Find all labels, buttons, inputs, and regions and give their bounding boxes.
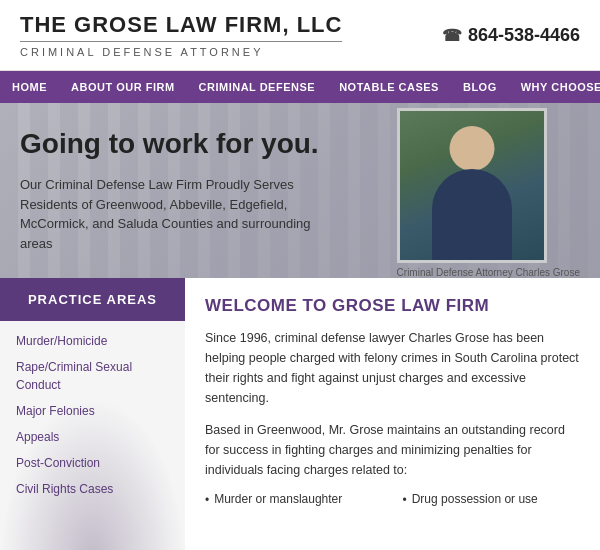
bottom-section: PRACTICE AREAS Murder/Homicide Rape/Crim…: [0, 278, 600, 550]
phone-icon: ☎: [442, 26, 462, 45]
welcome-paragraph-1: Since 1996, criminal defense lawyer Char…: [205, 328, 580, 408]
nav-item-criminal-defense[interactable]: CRIMINAL DEFENSE: [187, 71, 328, 103]
bullet-item: • Drug possession or use: [403, 492, 581, 507]
bullet-column-right: • Drug possession or use: [403, 492, 581, 507]
practice-civil-rights[interactable]: Civil Rights Cases: [16, 482, 113, 496]
bullet-dot: •: [205, 493, 209, 507]
practice-post-conviction[interactable]: Post-Conviction: [16, 456, 100, 470]
firm-name-block: THE GROSE LAW FIRM, LLC CRIMINAL DEFENSE…: [20, 12, 342, 58]
attorney-photo-block: Criminal Defense Attorney Charles Grose: [397, 108, 580, 278]
list-item: Appeals: [16, 427, 169, 445]
firm-tagline: CRIMINAL DEFENSE ATTORNEY: [20, 41, 342, 58]
list-item: Civil Rights Cases: [16, 479, 169, 497]
attorney-photo: [397, 108, 547, 263]
list-item: Rape/Criminal Sexual Conduct: [16, 357, 169, 393]
sidebar: PRACTICE AREAS Murder/Homicide Rape/Crim…: [0, 278, 185, 550]
practice-appeals[interactable]: Appeals: [16, 430, 59, 444]
site-header: THE GROSE LAW FIRM, LLC CRIMINAL DEFENSE…: [0, 0, 600, 71]
hero-description: Our Criminal Defense Law Firm Proudly Se…: [20, 175, 340, 253]
main-navigation: HOME ABOUT OUR FIRM CRIMINAL DEFENSE NOT…: [0, 71, 600, 103]
hero-heading: Going to work for you.: [20, 128, 340, 160]
list-item: Murder/Homicide: [16, 331, 169, 349]
practice-areas-header: PRACTICE AREAS: [0, 278, 185, 321]
welcome-paragraph-2: Based in Greenwood, Mr. Grose maintains …: [205, 420, 580, 480]
nav-item-about[interactable]: ABOUT OUR FIRM: [59, 71, 187, 103]
nav-item-home[interactable]: HOME: [0, 71, 59, 103]
bullet-item: • Murder or manslaughter: [205, 492, 383, 507]
practice-murder[interactable]: Murder/Homicide: [16, 334, 107, 348]
bullet-dot: •: [403, 493, 407, 507]
phone-block[interactable]: ☎ 864-538-4466: [442, 25, 580, 46]
welcome-heading: WELCOME TO GROSE LAW FIRM: [205, 296, 580, 316]
phone-number: 864-538-4466: [468, 25, 580, 46]
bullet-text: Murder or manslaughter: [214, 492, 342, 506]
hero-content: Going to work for you. Our Criminal Defe…: [0, 103, 360, 278]
practice-rape[interactable]: Rape/Criminal Sexual Conduct: [16, 360, 132, 392]
list-item: Major Felonies: [16, 401, 169, 419]
practice-areas-list: Murder/Homicide Rape/Criminal Sexual Con…: [0, 321, 185, 515]
bullet-text: Drug possession or use: [412, 492, 538, 506]
practice-major-felonies[interactable]: Major Felonies: [16, 404, 95, 418]
attorney-caption: Criminal Defense Attorney Charles Grose: [397, 267, 580, 278]
nav-item-blog[interactable]: BLOG: [451, 71, 509, 103]
nav-item-why-choose-us[interactable]: WHY CHOOSE US: [509, 71, 600, 103]
bullet-columns: • Murder or manslaughter • Drug possessi…: [205, 492, 580, 507]
firm-name: THE GROSE LAW FIRM, LLC: [20, 12, 342, 38]
main-content: WELCOME TO GROSE LAW FIRM Since 1996, cr…: [185, 278, 600, 550]
bullet-column-left: • Murder or manslaughter: [205, 492, 383, 507]
list-item: Post-Conviction: [16, 453, 169, 471]
hero-section: Going to work for you. Our Criminal Defe…: [0, 103, 600, 278]
nav-item-notable-cases[interactable]: NOTABLE CASES: [327, 71, 451, 103]
